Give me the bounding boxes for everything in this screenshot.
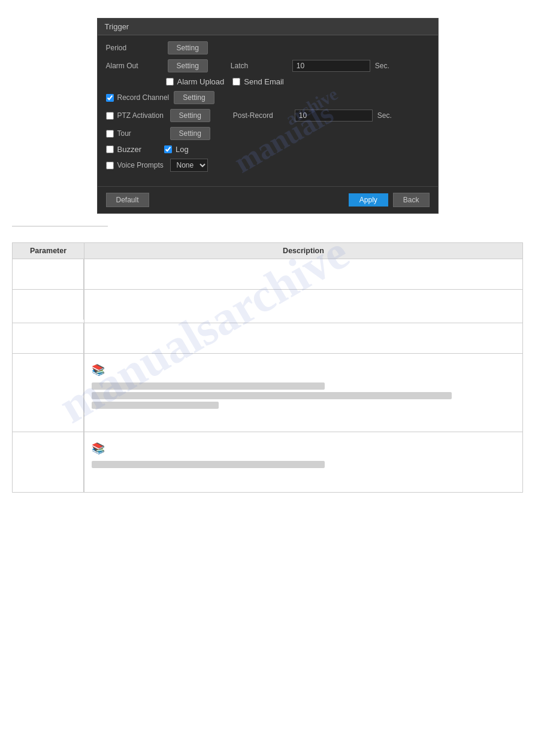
table-row: 📚 bbox=[13, 354, 523, 432]
post-record-label: Post-Record bbox=[233, 111, 290, 120]
record-channel-setting-button[interactable]: Setting bbox=[174, 91, 214, 104]
period-setting-button[interactable]: Setting bbox=[168, 41, 208, 54]
record-channel-label: Record Channel bbox=[117, 93, 170, 102]
send-email-checkbox[interactable] bbox=[232, 78, 240, 86]
log-check[interactable]: Log bbox=[164, 145, 189, 154]
voice-prompts-checkbox[interactable] bbox=[106, 162, 114, 169]
reference-table: Parameter Description bbox=[12, 242, 523, 493]
ptz-activation-check[interactable]: PTZ Activation bbox=[106, 111, 165, 120]
divider bbox=[12, 226, 108, 227]
desc-cell: 📚 bbox=[84, 432, 522, 492]
voice-prompts-check[interactable]: Voice Prompts bbox=[106, 161, 165, 169]
voice-prompts-select[interactable]: None bbox=[170, 159, 208, 172]
period-row: Period Setting bbox=[106, 41, 430, 54]
table-header-row: Parameter Description bbox=[13, 243, 523, 259]
default-button[interactable]: Default bbox=[106, 193, 149, 207]
param-cell bbox=[13, 259, 84, 289]
send-email-label: Send Email bbox=[244, 77, 283, 86]
voice-prompts-label: Voice Prompts bbox=[117, 161, 165, 169]
table-row: 📚 bbox=[13, 432, 523, 493]
param-cell bbox=[13, 323, 84, 353]
ptz-activation-setting-button[interactable]: Setting bbox=[170, 109, 210, 122]
tour-checkbox[interactable] bbox=[106, 130, 114, 138]
gray-bar bbox=[92, 461, 325, 468]
post-record-sec: Sec. bbox=[377, 111, 392, 120]
ptz-activation-label: PTZ Activation bbox=[117, 111, 165, 120]
param-cell bbox=[13, 290, 84, 320]
buzzer-checkbox[interactable] bbox=[106, 145, 114, 153]
gray-bar bbox=[92, 402, 219, 409]
back-button[interactable]: Back bbox=[393, 193, 430, 207]
tour-label: Tour bbox=[117, 129, 165, 138]
table-row bbox=[13, 290, 523, 323]
table-row bbox=[13, 323, 523, 354]
alarm-out-label: Alarm Out bbox=[106, 62, 163, 70]
post-record-input[interactable] bbox=[295, 110, 373, 122]
period-label: Period bbox=[106, 44, 163, 52]
col-desc-header: Description bbox=[84, 243, 523, 259]
buzzer-check[interactable]: Buzzer bbox=[106, 145, 141, 154]
alarm-upload-checkbox[interactable] bbox=[166, 78, 174, 86]
desc-cell bbox=[84, 323, 522, 345]
buzzer-log-row: Buzzer Log bbox=[106, 145, 430, 154]
param-cell bbox=[13, 354, 84, 432]
send-email-check[interactable]: Send Email bbox=[232, 77, 283, 86]
desc-cell bbox=[84, 259, 522, 287]
col-param-header: Parameter bbox=[13, 243, 84, 259]
alarm-upload-check[interactable]: Alarm Upload bbox=[166, 77, 225, 86]
gray-bar bbox=[92, 392, 452, 399]
ptz-activation-checkbox[interactable] bbox=[106, 112, 114, 120]
record-channel-checkbox[interactable] bbox=[106, 94, 114, 102]
latch-label: Latch bbox=[231, 62, 288, 70]
trigger-title: Trigger bbox=[98, 19, 438, 35]
tour-row: Tour Setting bbox=[106, 127, 430, 140]
desc-cell bbox=[84, 290, 522, 323]
alarm-upload-row: Alarm Upload Send Email bbox=[166, 77, 430, 86]
desc-cell: 📚 bbox=[84, 354, 522, 432]
voice-prompts-row: Voice Prompts None bbox=[106, 159, 430, 172]
alarm-out-row: Alarm Out Setting Latch Sec. bbox=[106, 59, 430, 72]
tour-check[interactable]: Tour bbox=[106, 129, 165, 138]
tour-setting-button[interactable]: Setting bbox=[170, 127, 210, 140]
trigger-panel: Trigger Period Setting Alarm Out Setting… bbox=[97, 18, 439, 214]
record-channel-check[interactable]: Record Channel bbox=[106, 93, 170, 102]
latch-sec: Sec. bbox=[375, 62, 389, 70]
reference-table-section: manualsarchive Parameter Description bbox=[0, 236, 535, 505]
alarm-upload-label: Alarm Upload bbox=[177, 77, 225, 86]
note-icon: 📚 bbox=[92, 442, 515, 455]
param-cell bbox=[13, 432, 84, 492]
gray-bar bbox=[92, 382, 325, 390]
alarm-out-setting-button[interactable]: Setting bbox=[168, 59, 208, 72]
log-checkbox[interactable] bbox=[164, 145, 172, 153]
action-buttons: Apply Back bbox=[349, 193, 430, 207]
record-channel-row: Record Channel Setting bbox=[106, 91, 430, 104]
note-icon: 📚 bbox=[92, 363, 515, 377]
log-label: Log bbox=[176, 145, 189, 154]
apply-button[interactable]: Apply bbox=[349, 193, 388, 207]
ptz-activation-row: PTZ Activation Setting Post-Record Sec. bbox=[106, 109, 430, 122]
latch-input[interactable] bbox=[292, 60, 370, 72]
buzzer-label: Buzzer bbox=[117, 145, 141, 154]
table-row bbox=[13, 259, 523, 290]
